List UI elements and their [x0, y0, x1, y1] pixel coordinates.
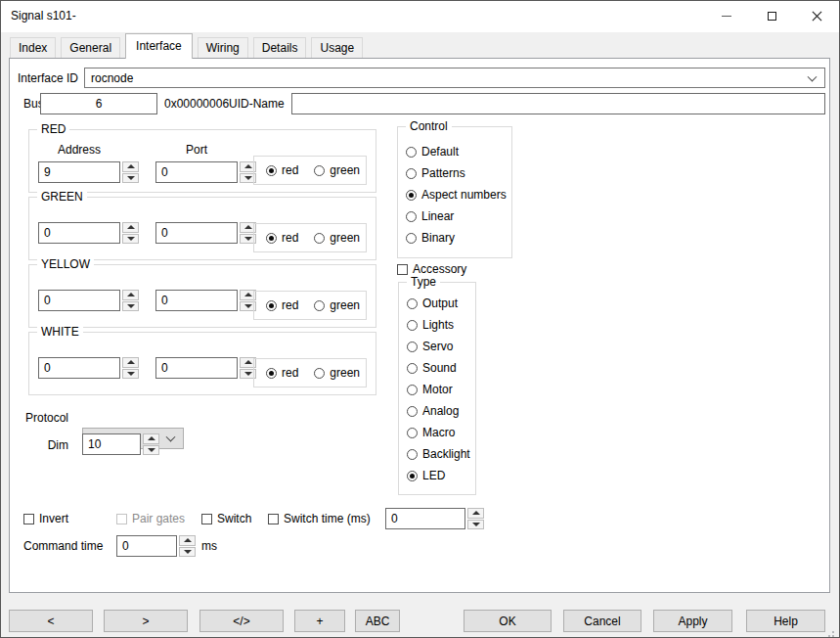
control-patterns-radio[interactable]: Patterns — [406, 162, 507, 184]
type-group: Type Output Lights Servo Sound Motor Ana… — [398, 282, 476, 495]
green-address-field[interactable]: 0 — [38, 222, 120, 244]
help-button[interactable]: Help — [746, 610, 825, 632]
bus-hex-value: 0x00000006 — [164, 97, 229, 111]
radio-icon — [407, 298, 418, 309]
abc-button[interactable]: ABC — [355, 610, 400, 632]
cancel-button[interactable]: Cancel — [563, 610, 641, 632]
type-servo-radio[interactable]: Servo — [407, 336, 470, 357]
chevron-down-icon — [166, 433, 176, 442]
add-button[interactable]: + — [294, 610, 345, 632]
uid-name-field[interactable] — [291, 93, 825, 114]
type-analog-radio[interactable]: Analog — [407, 400, 470, 422]
close-button[interactable] — [794, 1, 839, 31]
spin-up-button[interactable] — [122, 222, 139, 233]
type-group-title: Type — [407, 275, 440, 289]
switch-time-checkbox[interactable]: Switch time (ms) — [268, 512, 371, 525]
green-port-field[interactable]: 0 — [155, 222, 238, 244]
down-arrow-icon — [244, 176, 252, 180]
white-gate-box: red green — [253, 358, 367, 387]
white-port-spinner: 0 — [155, 357, 256, 379]
control-default-radio[interactable]: Default — [406, 141, 507, 162]
spin-down-button[interactable] — [122, 173, 139, 184]
yellow-port-field[interactable]: 0 — [155, 290, 238, 311]
tab-wiring[interactable]: Wiring — [198, 37, 248, 58]
spin-up-button[interactable] — [179, 535, 196, 546]
green-gate-box: red green — [253, 223, 367, 252]
type-backlight-radio[interactable]: Backlight — [407, 443, 470, 465]
type-motor-radio[interactable]: Motor — [407, 379, 470, 400]
bus-field[interactable]: 6 — [40, 93, 157, 114]
ok-button[interactable]: OK — [464, 610, 552, 632]
radio-icon — [407, 342, 418, 352]
next-button[interactable]: > — [104, 610, 188, 632]
control-binary-radio[interactable]: Binary — [406, 227, 507, 249]
up-arrow-icon — [127, 225, 135, 229]
tab-interface[interactable]: Interface — [125, 33, 193, 59]
down-arrow-icon — [127, 237, 135, 241]
tab-usage[interactable]: Usage — [311, 37, 363, 58]
red-address-field[interactable]: 9 — [38, 161, 120, 183]
radio-icon — [266, 300, 277, 311]
yellow-gate-red-radio[interactable]: red — [266, 298, 298, 312]
dim-field[interactable]: 10 — [82, 433, 141, 455]
maximize-icon — [768, 12, 776, 21]
type-lights-radio[interactable]: Lights — [407, 314, 470, 336]
port-label: Port — [155, 143, 238, 157]
red-gate-green-radio[interactable]: green — [314, 163, 360, 177]
down-arrow-icon — [127, 176, 135, 180]
type-output-radio[interactable]: Output — [407, 293, 470, 314]
spin-up-button[interactable] — [122, 290, 139, 300]
radio-icon — [266, 233, 277, 244]
type-macro-radio[interactable]: Macro — [407, 422, 470, 443]
minimize-button[interactable] — [704, 1, 749, 31]
white-gate-green-radio[interactable]: green — [314, 366, 360, 380]
red-gate-red-radio[interactable]: red — [266, 163, 298, 177]
control-linear-radio[interactable]: Linear — [406, 205, 507, 227]
tab-details[interactable]: Details — [253, 37, 307, 58]
tab-general[interactable]: General — [61, 37, 120, 58]
up-arrow-icon — [127, 360, 135, 364]
tab-index[interactable]: Index — [10, 37, 56, 58]
resize-grip[interactable] — [832, 631, 834, 633]
spin-up-button[interactable] — [143, 433, 159, 444]
white-gate-red-radio[interactable]: red — [266, 366, 298, 380]
type-led-radio[interactable]: LED — [407, 465, 470, 486]
switch-checkbox[interactable]: Switch — [201, 512, 251, 525]
spin-down-button[interactable] — [143, 445, 159, 456]
spin-down-button[interactable] — [122, 369, 139, 380]
spin-up-button[interactable] — [467, 508, 484, 519]
control-aspect-numbers-radio[interactable]: Aspect numbers — [406, 184, 507, 205]
prev-button[interactable]: < — [9, 610, 93, 632]
interface-id-combobox[interactable]: rocnode — [84, 68, 825, 88]
spin-down-button[interactable] — [179, 547, 196, 558]
up-arrow-icon — [472, 511, 480, 515]
spin-up-button[interactable] — [122, 161, 139, 172]
yellow-gate-green-radio[interactable]: green — [314, 298, 360, 312]
invert-checkbox[interactable]: Invert — [23, 512, 68, 525]
chevron-down-icon — [808, 71, 818, 81]
white-group-title: WHITE — [37, 325, 83, 339]
spin-up-button[interactable] — [122, 357, 139, 368]
green-gate-red-radio[interactable]: red — [266, 231, 298, 245]
xml-button[interactable]: </> — [199, 610, 284, 632]
type-sound-radio[interactable]: Sound — [407, 357, 470, 379]
accessory-checkbox[interactable]: Accessory — [397, 262, 466, 276]
command-time-field[interactable]: 0 — [116, 535, 177, 557]
red-port-spinner: 0 — [155, 161, 256, 183]
maximize-button[interactable] — [749, 1, 794, 31]
white-group: WHITE 0 0 red green — [28, 332, 376, 395]
white-address-field[interactable]: 0 — [38, 357, 120, 379]
green-gate-green-radio[interactable]: green — [314, 231, 360, 245]
spin-down-button[interactable] — [467, 520, 484, 530]
white-port-field[interactable]: 0 — [155, 357, 238, 379]
checkbox-icon — [268, 514, 279, 524]
switch-time-field[interactable]: 0 — [385, 508, 465, 529]
red-port-field[interactable]: 0 — [155, 161, 238, 183]
down-arrow-icon — [472, 523, 480, 526]
yellow-group: YELLOW 0 0 red green — [28, 264, 376, 328]
spin-down-button[interactable] — [122, 234, 139, 245]
spin-down-button[interactable] — [122, 301, 139, 312]
apply-button[interactable]: Apply — [653, 610, 732, 632]
yellow-address-field[interactable]: 0 — [38, 290, 120, 311]
up-arrow-icon — [148, 436, 155, 440]
